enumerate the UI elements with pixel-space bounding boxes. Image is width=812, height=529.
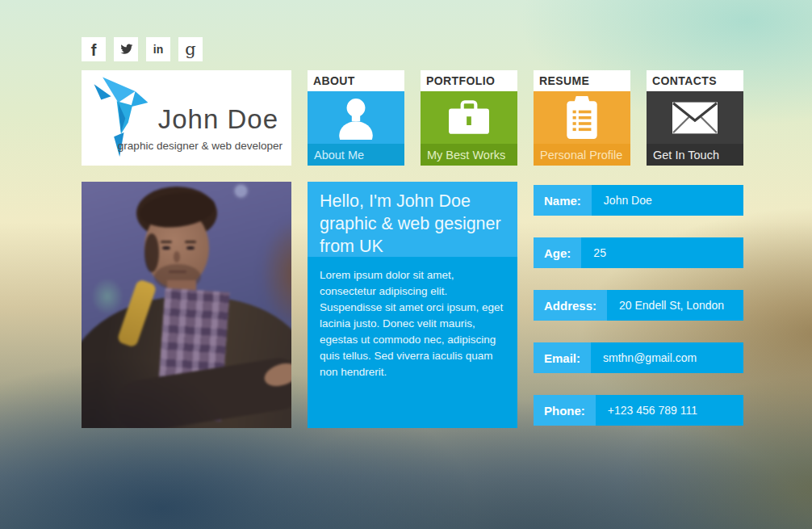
- nav-tile-portfolio-header: PORTFOLIO: [421, 70, 517, 91]
- nav-tile-resume-header: RESUME: [534, 70, 630, 91]
- nav-tile-about-header: ABOUT: [308, 70, 404, 91]
- nav-tile-resume[interactable]: RESUME Personal Profile: [534, 70, 630, 166]
- nav-tile-portfolio-caption: My Best Works: [421, 144, 517, 166]
- profile-photo: [82, 182, 291, 428]
- clipboard-icon: [565, 96, 599, 140]
- nav-tile-portfolio[interactable]: PORTFOLIO My Best Works: [421, 70, 517, 166]
- nav-tile-about-body: [308, 91, 404, 144]
- social-bar: f in g: [82, 37, 203, 61]
- photo-blur-layer: [82, 182, 291, 428]
- briefcase-icon: [448, 100, 490, 136]
- photo-vignette: [82, 182, 291, 428]
- about-heading: Hello, I'm John Doe graphic & web gesign…: [308, 182, 517, 257]
- detail-value: smthn@gmail.com: [591, 342, 743, 373]
- detail-label: Email:: [534, 342, 591, 373]
- nav-tile-contacts[interactable]: CONTACTS Get In Touch: [647, 70, 743, 166]
- linkedin-glyph: in: [153, 43, 163, 56]
- detail-label: Address:: [534, 290, 607, 321]
- nav-tile-contacts-caption: Get In Touch: [647, 144, 743, 166]
- detail-value: 25: [581, 237, 743, 268]
- nav-tile-about-caption: About Me: [308, 144, 404, 166]
- nav-tile-contacts-header: CONTACTS: [647, 70, 743, 91]
- detail-label: Phone:: [534, 395, 596, 426]
- envelope-icon: [672, 102, 718, 134]
- twitter-bird-icon: [119, 44, 133, 56]
- detail-label: Name:: [534, 185, 592, 216]
- google-glyph: g: [185, 40, 195, 59]
- logo-tagline: graphic designer & web developer: [118, 140, 283, 152]
- detail-value: +123 456 789 111: [596, 395, 743, 426]
- google-icon[interactable]: g: [178, 37, 203, 61]
- facebook-icon[interactable]: f: [82, 37, 106, 61]
- nav-tile-resume-caption: Personal Profile: [534, 144, 630, 166]
- nav-tile-portfolio-body: [421, 91, 517, 144]
- detail-row-email: Email: smthn@gmail.com: [534, 342, 743, 373]
- about-panel: Hello, I'm John Doe graphic & web gesign…: [308, 182, 517, 428]
- logo-name: John Doe: [158, 104, 278, 135]
- detail-row-phone: Phone: +123 456 789 111: [534, 395, 743, 426]
- detail-row-age: Age: 25: [534, 237, 743, 268]
- detail-value: 20 Endell St, London: [607, 290, 743, 321]
- linkedin-icon[interactable]: in: [146, 37, 170, 61]
- detail-value: John Doe: [592, 185, 743, 216]
- detail-row-address: Address: 20 Endell St, London: [534, 290, 743, 321]
- person-icon: [336, 96, 376, 140]
- twitter-icon[interactable]: [114, 37, 138, 61]
- facebook-glyph: f: [91, 41, 97, 60]
- detail-row-name: Name: John Doe: [534, 185, 743, 216]
- logo[interactable]: John Doe graphic designer & web develope…: [82, 70, 291, 166]
- nav-tile-resume-body: [534, 91, 630, 144]
- details-panel: Name: John Doe Age: 25 Address: 20 Endel…: [534, 182, 743, 428]
- nav-tile-contacts-body: [647, 91, 743, 144]
- nav-tile-about[interactable]: ABOUT About Me: [308, 70, 404, 166]
- about-text: Lorem ipsum dolor sit amet, consectetur …: [308, 257, 517, 428]
- detail-label: Age:: [534, 237, 581, 268]
